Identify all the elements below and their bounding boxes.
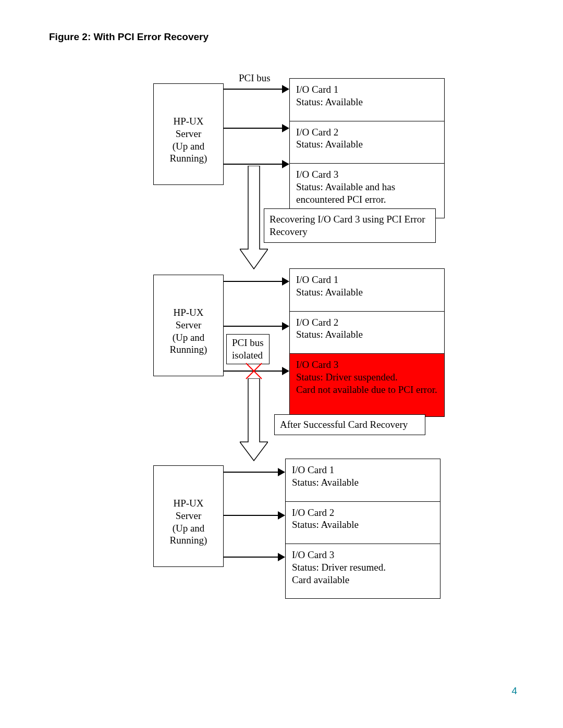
svg-marker-10 [278, 468, 285, 476]
card-stack-3: I/O Card 1Status: Available I/O Card 2St… [285, 459, 440, 599]
arrow-line [224, 515, 280, 516]
server-label: HP-UXServer(Up andRunning) [170, 116, 207, 164]
svg-marker-5 [282, 322, 289, 330]
card-stack-2: I/O Card 1Status: Available I/O Card 2St… [289, 268, 445, 417]
pci-bus-isolated-box: PCI busisolated [226, 334, 270, 364]
svg-marker-4 [282, 277, 289, 286]
io-card-1: I/O Card 1Status: Available [290, 79, 444, 121]
io-card-2: I/O Card 2Status: Available [290, 121, 444, 164]
svg-marker-11 [278, 511, 285, 520]
arrow-line [224, 281, 284, 282]
server-box-1: HP-UXServer(Up andRunning) [153, 83, 224, 185]
after-recovery-label: After Successful Card Recovery [280, 419, 408, 430]
svg-marker-0 [282, 85, 289, 93]
x-icon [245, 362, 263, 380]
recovering-box: Recovering I/O Card 3 using PCI ErrorRec… [264, 208, 436, 243]
io-card-2: I/O Card 2Status: Available [290, 312, 444, 354]
arrow-line [224, 472, 280, 473]
diagram-page: Figure 2: With PCI Error Recovery HP-UXS… [0, 0, 563, 728]
svg-marker-12 [278, 553, 285, 561]
after-recovery-box: After Successful Card Recovery [274, 414, 425, 435]
figure-title: Figure 2: With PCI Error Recovery [49, 31, 209, 43]
down-arrow-icon [240, 378, 268, 462]
pci-bus-label: PCI bus [239, 72, 271, 84]
arrow-line [224, 557, 280, 558]
io-card-2: I/O Card 2Status: Available [286, 502, 440, 545]
io-card-3-error: I/O Card 3Status: Driver suspended.Card … [290, 354, 444, 416]
svg-marker-6 [282, 367, 289, 375]
io-card-1: I/O Card 1Status: Available [286, 459, 440, 502]
arrow-line [224, 326, 284, 327]
svg-marker-2 [282, 160, 289, 168]
arrow-line [224, 164, 284, 165]
svg-marker-1 [282, 124, 289, 132]
arrow-line [224, 128, 284, 129]
recovering-label: Recovering I/O Card 3 using PCI ErrorRec… [270, 214, 425, 237]
pci-bus-isolated-label: PCI busisolated [232, 337, 264, 361]
io-card-1: I/O Card 1Status: Available [290, 269, 444, 312]
card-stack-1: I/O Card 1Status: Available I/O Card 2St… [289, 78, 445, 218]
server-box-2: HP-UXServer(Up andRunning) [153, 275, 224, 376]
io-card-3: I/O Card 3Status: Driver resumed.Card av… [286, 544, 440, 598]
server-box-3: HP-UXServer(Up andRunning) [153, 465, 224, 567]
arrow-line [224, 89, 284, 90]
svg-marker-9 [240, 378, 268, 461]
page-number: 4 [511, 685, 517, 697]
